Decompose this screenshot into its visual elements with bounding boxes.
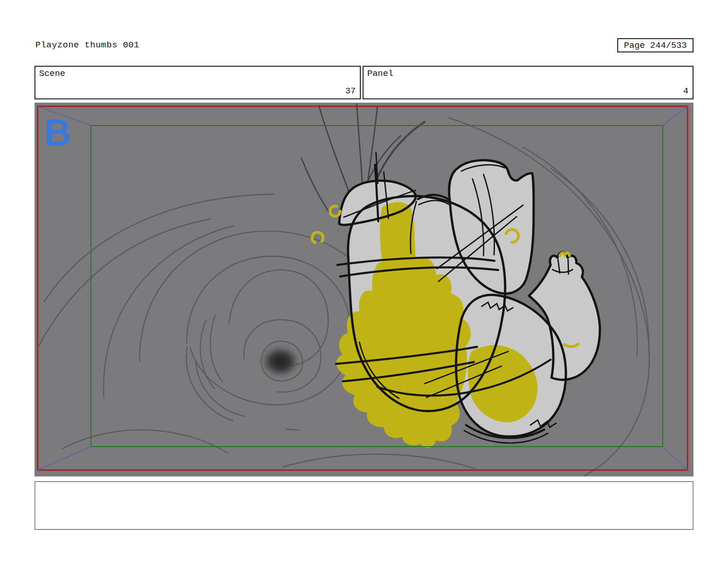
storyboard-canvas: B <box>34 103 694 477</box>
panel-label: Panel <box>367 69 393 79</box>
scene-label: Scene <box>39 69 65 79</box>
storyboard-artwork: B <box>35 103 693 476</box>
page-indicator: Page 244/533 <box>617 38 694 52</box>
scene-panel-table: Scene 37 Panel 4 <box>34 66 694 99</box>
hole <box>259 345 301 379</box>
character-sketch <box>310 152 600 448</box>
notes-box <box>34 481 694 530</box>
panel-value: 4 <box>683 86 688 96</box>
section-marker: B <box>44 111 71 153</box>
panel-cell: Panel 4 <box>363 66 694 99</box>
document-title: Playzone thumbs 001 <box>35 40 139 50</box>
scene-cell: Scene 37 <box>34 66 361 99</box>
scene-value: 37 <box>345 86 356 96</box>
page-indicator-label: Page 244/533 <box>624 40 687 51</box>
